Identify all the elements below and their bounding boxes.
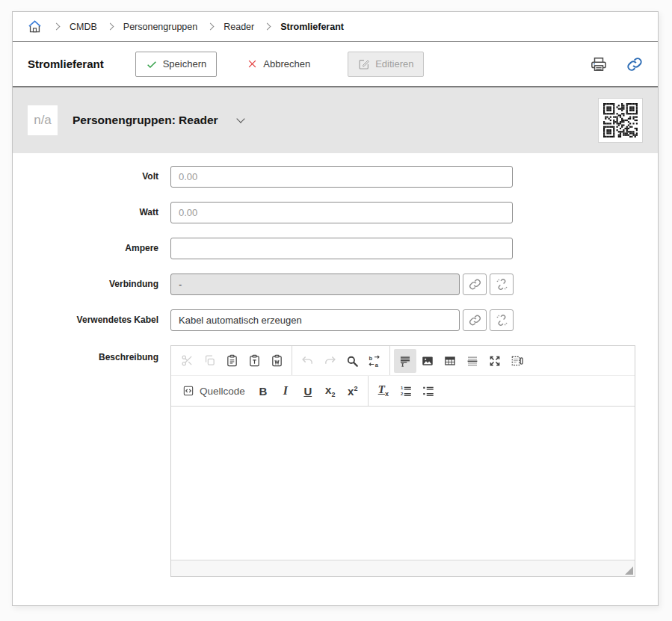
paste-from-word-icon[interactable]: [265, 349, 288, 373]
breadcrumb-item-personengruppen[interactable]: Personengruppen: [123, 22, 197, 32]
action-bar: Stromlieferant Speichern Abbrechen: [13, 42, 658, 87]
toolbar-separator: [389, 346, 390, 375]
chevron-right-icon: [207, 23, 215, 31]
link-icon: [469, 278, 481, 291]
editor-status-bar: [171, 560, 635, 576]
verbindung-field: [170, 274, 460, 295]
copy-icon[interactable]: [198, 349, 221, 373]
unlink-icon: [496, 278, 508, 291]
table-icon[interactable]: [439, 349, 461, 373]
toolbar-separator: [368, 376, 369, 406]
cancel-button[interactable]: Abbrechen: [236, 52, 321, 76]
horizontal-rule-icon[interactable]: [461, 349, 484, 373]
breadcrumb-item-reader[interactable]: Reader: [224, 22, 254, 32]
detach-connection-button[interactable]: [490, 274, 514, 295]
chevron-down-icon[interactable]: [236, 114, 244, 123]
chevron-right-icon: [106, 23, 114, 31]
form-row-watt: Watt: [13, 202, 658, 223]
source-button[interactable]: Quellcode: [176, 379, 252, 403]
cut-icon[interactable]: [176, 349, 198, 373]
page-title: Stromlieferant: [28, 58, 104, 70]
breadcrumb: CMDB Personengruppen Reader Stromliefera…: [13, 12, 658, 42]
field-label-kabel: Verwendetes Kabel: [13, 309, 170, 331]
avatar: n/a: [28, 105, 58, 135]
paste-as-text-icon[interactable]: [243, 349, 265, 373]
form-row-beschreibung: Beschreibung: [13, 345, 658, 577]
field-label-watt: Watt: [13, 202, 170, 223]
resize-handle[interactable]: [625, 566, 633, 575]
chevron-right-icon: [53, 23, 61, 31]
find-icon[interactable]: [341, 349, 363, 373]
bold-button[interactable]: B: [252, 379, 274, 403]
maximize-icon[interactable]: [484, 349, 506, 373]
print-icon[interactable]: [591, 56, 607, 72]
subscript-button[interactable]: x2: [319, 379, 342, 403]
unlink-icon: [496, 314, 508, 327]
image-icon[interactable]: [416, 349, 439, 373]
remove-format-button[interactable]: Tx: [372, 379, 395, 403]
permalink-icon[interactable]: [626, 56, 643, 72]
toolbar-separator: [292, 346, 292, 375]
object-form: Volt Watt Ampere Verbindung: [13, 153, 658, 577]
svg-text:2: 2: [401, 392, 403, 396]
watt-field[interactable]: [170, 202, 513, 223]
svg-text:a: a: [375, 361, 379, 368]
field-label-volt: Volt: [13, 166, 170, 188]
form-row-volt: Volt: [13, 166, 658, 188]
field-label-beschreibung: Beschreibung: [13, 345, 170, 363]
undo-icon[interactable]: [296, 349, 318, 373]
select-all-icon[interactable]: [394, 349, 416, 373]
link-icon: [469, 314, 481, 327]
field-label-ampere: Ampere: [13, 238, 170, 259]
field-label-verbindung: Verbindung: [13, 274, 170, 295]
save-button[interactable]: Speichern: [135, 52, 218, 77]
superscript-button[interactable]: x2: [342, 379, 364, 403]
edit-button[interactable]: Editieren: [348, 52, 424, 77]
save-button-label: Speichern: [163, 58, 207, 69]
detach-cable-button[interactable]: [490, 309, 514, 331]
cancel-button-label: Abbrechen: [263, 58, 310, 69]
kabel-field[interactable]: [170, 309, 460, 331]
assign-cable-button[interactable]: [463, 309, 487, 331]
redo-icon[interactable]: [318, 349, 341, 373]
edit-button-label: Editieren: [375, 58, 413, 69]
paste-icon[interactable]: [221, 349, 243, 373]
underline-button[interactable]: U: [297, 379, 319, 403]
content-card: CMDB Personengruppen Reader Stromliefera…: [12, 11, 659, 606]
edit-pencil-icon: [358, 58, 370, 70]
volt-field[interactable]: [170, 166, 513, 188]
form-row-ampere: Ampere: [13, 238, 658, 259]
ampere-field[interactable]: [170, 238, 513, 259]
rich-text-editor: b a: [170, 345, 635, 577]
svg-text:1: 1: [401, 386, 403, 390]
home-icon[interactable]: [28, 19, 42, 34]
avatar-placeholder-text: n/a: [34, 113, 52, 128]
source-code-icon: [182, 385, 194, 397]
bulleted-list-button[interactable]: [417, 379, 440, 403]
breadcrumb-item-current: Stromlieferant: [280, 22, 344, 32]
close-icon: [247, 58, 258, 69]
italic-button[interactable]: I: [274, 379, 297, 403]
description-editor-area[interactable]: [171, 407, 635, 560]
chevron-right-icon: [264, 23, 271, 31]
object-title: Personengruppen: Reader: [73, 114, 218, 127]
source-button-label: Quellcode: [200, 386, 245, 397]
numbered-list-button[interactable]: 1 2: [395, 379, 417, 403]
form-row-verbindung: Verbindung: [13, 274, 658, 295]
assign-connection-button[interactable]: [463, 274, 487, 295]
editor-toolbar: b a: [171, 346, 635, 407]
object-header: n/a Personengruppen: Reader: [13, 87, 658, 153]
qr-code: [598, 98, 643, 143]
check-icon: [146, 58, 158, 70]
show-blocks-icon[interactable]: [506, 349, 528, 373]
breadcrumb-item-cmdb[interactable]: CMDB: [70, 22, 97, 32]
svg-text:b: b: [369, 355, 373, 362]
form-row-kabel: Verwendetes Kabel: [13, 309, 658, 331]
replace-icon[interactable]: b a: [363, 349, 386, 373]
